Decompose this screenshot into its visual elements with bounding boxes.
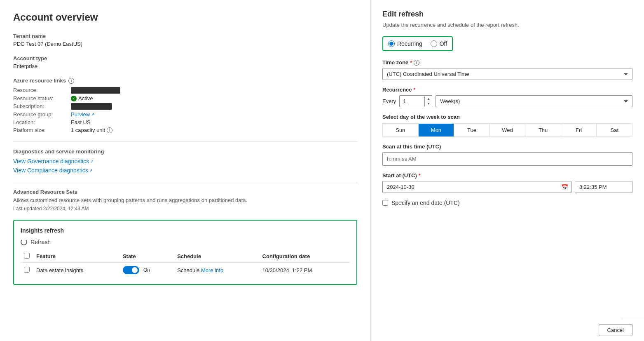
th-schedule: Schedule [174,250,259,263]
start-date-input[interactable] [382,181,571,193]
cancel-button[interactable]: Cancel [599,324,632,336]
refresh-spinner-icon [21,239,27,245]
divider-1 [13,141,357,142]
resource-group-val: Purview ↗ [71,111,357,118]
recurrence-radio-group: Recurring Off [382,36,453,51]
timezone-select[interactable]: (UTC) Coordinated Universal Time [382,68,632,80]
end-date-label: Specify an end date (UTC) [391,200,460,206]
account-type-section: Account type Enterprise [13,55,357,69]
governance-external-icon: ↗ [90,159,94,164]
off-radio[interactable] [431,40,437,47]
divider-2 [13,182,357,182]
purview-link[interactable]: Purview ↗ [71,111,94,118]
edit-refresh-title: Edit refresh [382,10,632,19]
location-val: East US [71,119,357,125]
toggle-slider [123,266,139,274]
account-type-label: Account type [13,55,357,61]
recurrence-number-input[interactable] [400,96,424,107]
tenant-label: Tenant name [13,33,357,39]
day-sun[interactable]: Sun [383,124,419,136]
platform-size-val: 1 capacity unit i [71,127,357,133]
start-at-field: Start at (UTC) * 📅 [382,172,632,193]
page-title: Account overview [13,12,357,23]
recurring-radio[interactable] [388,40,395,47]
resource-table: Resource: Resource status: ✓ Active Subs… [13,87,357,133]
feature-cell: Data estate insights [33,263,119,278]
days-label: Select day of the week to scan [382,114,632,120]
edit-subtitle: Update the recurrence and schedule of th… [382,22,632,28]
end-date-checkbox[interactable] [382,200,388,206]
platform-size-key: Platform size: [13,127,71,133]
days-of-week-field: Select day of the week to scan Sun Mon T… [382,114,632,137]
resource-group-key: Resource group: [13,111,71,118]
azure-resources-title: Azure resource links [13,78,66,84]
location-key: Location: [13,119,71,125]
scan-time-field: Scan at this time (UTC) [382,143,632,166]
advanced-updated: Last updated 2/22/2024, 12:43 AM [13,206,357,212]
compliance-external-icon: ↗ [89,168,93,173]
spin-up-btn[interactable]: ▲ [425,96,432,101]
recurrence-field-label: Recurrence * [382,87,632,93]
day-mon[interactable]: Mon [419,124,454,136]
right-panel: Edit refresh Update the recurrence and s… [371,0,644,341]
end-date-row: Specify an end date (UTC) [382,200,632,206]
calendar-icon-btn[interactable]: 📅 [561,184,568,190]
toggle-cell: On [123,266,171,274]
recurrence-required: * [414,87,416,93]
timezone-field-label: Time zone * i [382,59,632,66]
insights-title: Insights refresh [21,227,350,234]
start-at-label: Start at (UTC) * [382,172,632,179]
state-toggle[interactable] [123,266,139,274]
spin-buttons: ▲ ▼ [424,96,432,106]
start-time-input[interactable] [575,181,632,193]
day-wed[interactable]: Wed [490,124,526,136]
th-checkbox [21,250,33,263]
off-option[interactable]: Off [431,40,447,47]
subscription-key: Subscription: [13,103,71,110]
capacity-info-icon[interactable]: i [107,127,112,133]
insights-table: Feature State Schedule Configuration dat… [21,250,350,278]
every-label: Every [382,98,396,104]
diagnostics-title: Diagnostics and service monitoring [13,148,357,155]
recurring-option[interactable]: Recurring [388,40,422,47]
row-checkbox[interactable] [24,267,30,273]
recurring-label: Recurring [397,40,422,47]
tenant-section: Tenant name PDG Test 07 (Demo EastUS) [13,33,357,47]
tenant-value: PDG Test 07 (Demo EastUS) [13,41,357,47]
date-input-wrapper: 📅 [382,181,571,193]
resource-key: Resource: [13,87,71,94]
timezone-info-icon[interactable]: i [414,60,419,66]
diagnostics-links: View Governance diagnostics ↗ View Compl… [13,158,357,174]
azure-info-icon[interactable]: i [68,78,74,84]
resource-val [71,87,357,94]
day-fri[interactable]: Fri [561,124,597,136]
resource-redacted [71,87,120,94]
timezone-required: * [410,59,412,66]
spin-down-btn[interactable]: ▼ [425,101,432,106]
day-sat[interactable]: Sat [597,124,632,136]
period-select[interactable]: Week(s) Day(s) Month(s) [436,95,632,107]
select-all-checkbox[interactable] [24,253,30,259]
days-row: Sun Mon Tue Wed Thu Fri Sat [382,123,632,137]
panel-footer: Cancel [621,319,644,341]
recurrence-number-wrapper: ▲ ▼ [399,95,432,107]
th-feature: Feature [33,250,119,263]
row-checkbox-cell [21,263,33,278]
refresh-button-label[interactable]: Refresh [30,239,51,245]
table-row: Data estate insights On Schedule [21,263,350,278]
governance-diagnostics-link[interactable]: View Governance diagnostics ↗ [13,158,357,165]
diagnostics-section: Diagnostics and service monitoring View … [13,148,357,174]
day-tue[interactable]: Tue [454,124,490,136]
resource-status-text: Active [78,95,93,101]
start-row: 📅 [382,181,632,193]
state-cell: On [119,263,174,278]
timezone-field: Time zone * i (UTC) Coordinated Universa… [382,59,632,80]
azure-resources-section: Azure resource links i Resource: Resourc… [13,78,357,133]
insights-table-header: Feature State Schedule Configuration dat… [21,250,350,263]
resource-status-val: ✓ Active [71,95,357,101]
more-info-link[interactable]: More info [201,267,223,273]
day-thu[interactable]: Thu [525,124,561,136]
scan-time-input[interactable] [382,152,632,166]
recurrence-row: Every ▲ ▼ Week(s) Day(s) Month(s) [382,95,632,107]
compliance-diagnostics-link[interactable]: View Compliance diagnostics ↗ [13,167,357,174]
